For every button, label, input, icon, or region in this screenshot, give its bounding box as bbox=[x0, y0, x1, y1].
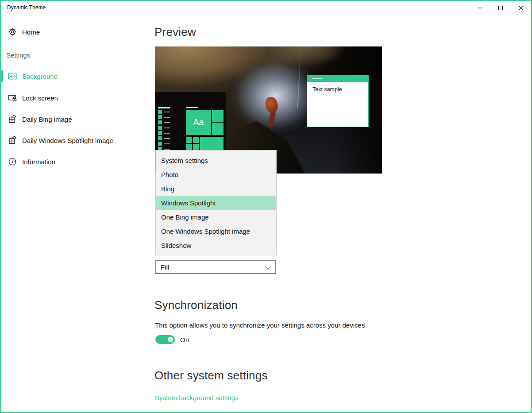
selected-indicator bbox=[1, 70, 3, 82]
sidebar-item-label: Daily Bing image bbox=[22, 116, 72, 123]
window-controls bbox=[470, 1, 531, 15]
climber-figure bbox=[264, 96, 279, 114]
flyout-option-system-settings[interactable]: System settings bbox=[156, 153, 276, 167]
titlebar: Dynamic Theme bbox=[1, 1, 531, 15]
start-tile bbox=[186, 144, 192, 150]
image-icon bbox=[8, 72, 17, 81]
rope-decoration bbox=[297, 46, 301, 108]
background-type-flyout: System settings Photo Bing Windows Spotl… bbox=[155, 150, 277, 255]
flyout-option-one-bing-image[interactable]: One Bing image bbox=[156, 210, 276, 224]
sample-window-titlebar bbox=[307, 76, 368, 82]
flyout-option-slideshow[interactable]: Slideshow bbox=[156, 238, 276, 252]
flyout-option-windows-spotlight[interactable]: Windows Spotlight bbox=[156, 196, 276, 210]
sidebar-item-label: Home bbox=[22, 28, 40, 36]
maximize-button[interactable] bbox=[490, 1, 511, 15]
start-tile bbox=[200, 137, 224, 150]
synchronization-heading: Synchronization bbox=[154, 298, 238, 312]
fit-select[interactable]: Fill bbox=[155, 260, 276, 274]
synchronization-description: This option allows you to synchronize yo… bbox=[155, 321, 365, 329]
preview-heading: Preview bbox=[154, 25, 196, 39]
close-icon bbox=[518, 5, 524, 11]
placeholder-line bbox=[158, 107, 170, 108]
toggle-state-label: On bbox=[180, 336, 189, 344]
synchronization-toggle[interactable] bbox=[155, 335, 175, 344]
minimize-icon bbox=[478, 5, 483, 11]
other-settings-heading: Other system settings bbox=[154, 369, 268, 382]
sidebar-item-label: Background bbox=[22, 73, 58, 80]
climber-figure bbox=[267, 111, 276, 127]
sidebar-item-home[interactable]: Home bbox=[1, 25, 155, 39]
app-list-placeholder bbox=[164, 112, 170, 151]
start-tile bbox=[186, 137, 192, 143]
info-icon bbox=[8, 157, 17, 166]
gear-icon bbox=[8, 27, 17, 36]
fit-select-value: Fill bbox=[161, 263, 169, 271]
text-sample-label: Text sample bbox=[312, 86, 342, 93]
sidebar-item-information[interactable]: Information bbox=[1, 154, 155, 169]
flyout-option-bing[interactable]: Bing bbox=[156, 181, 276, 196]
grid-sparkle-icon bbox=[8, 136, 17, 145]
start-tile-aa: Aa bbox=[186, 110, 211, 135]
sidebar-item-daily-bing-image[interactable]: Daily Bing image bbox=[1, 112, 155, 126]
sidebar-item-label: Information bbox=[22, 158, 55, 166]
app-list-placeholder bbox=[158, 110, 162, 151]
sidebar: Home Settings Background Lock s bbox=[1, 15, 155, 412]
window-title: Dynamic Theme bbox=[7, 4, 46, 11]
flyout-option-one-windows-spotlight-image[interactable]: One Windows Spotlight image bbox=[156, 224, 276, 238]
maximize-icon bbox=[498, 5, 503, 11]
sidebar-item-background[interactable]: Background bbox=[1, 69, 155, 83]
grid-sparkle-icon bbox=[8, 115, 17, 124]
placeholder-line bbox=[186, 107, 198, 108]
system-background-settings-link[interactable]: System background settings bbox=[155, 394, 238, 401]
text-sample-window-mockup: Text sample bbox=[307, 75, 369, 127]
screen-lock-icon bbox=[8, 93, 17, 102]
start-tile bbox=[193, 137, 199, 143]
sidebar-item-label: Daily Windows Spotlight image bbox=[22, 137, 113, 144]
start-tile bbox=[193, 144, 199, 150]
sidebar-item-label: Lock screen bbox=[22, 94, 58, 102]
chevron-down-icon bbox=[265, 266, 271, 270]
start-tile bbox=[212, 123, 224, 135]
placeholder-line bbox=[312, 78, 322, 79]
app-window: Dynamic Theme Home Settings bbox=[0, 0, 532, 413]
start-tile bbox=[212, 110, 224, 122]
close-button[interactable] bbox=[511, 1, 531, 15]
minimize-button[interactable] bbox=[470, 1, 490, 15]
flyout-option-photo[interactable]: Photo bbox=[156, 167, 276, 181]
sidebar-item-daily-windows-spotlight-image[interactable]: Daily Windows Spotlight image bbox=[1, 133, 155, 147]
sidebar-item-lock-screen[interactable]: Lock screen bbox=[1, 91, 155, 105]
toggle-knob bbox=[168, 337, 173, 342]
sidebar-section-label: Settings bbox=[6, 51, 30, 59]
